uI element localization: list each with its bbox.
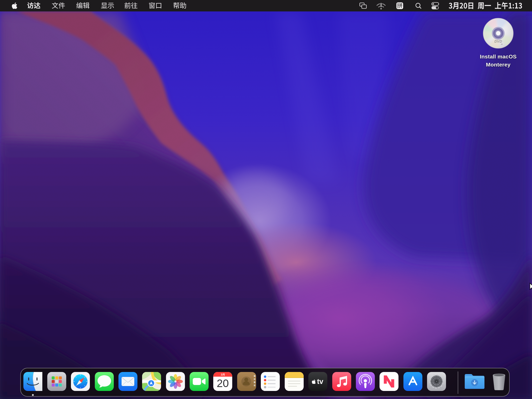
svg-text:-R: -R bbox=[501, 43, 503, 45]
svg-text:DVD: DVD bbox=[494, 39, 502, 43]
